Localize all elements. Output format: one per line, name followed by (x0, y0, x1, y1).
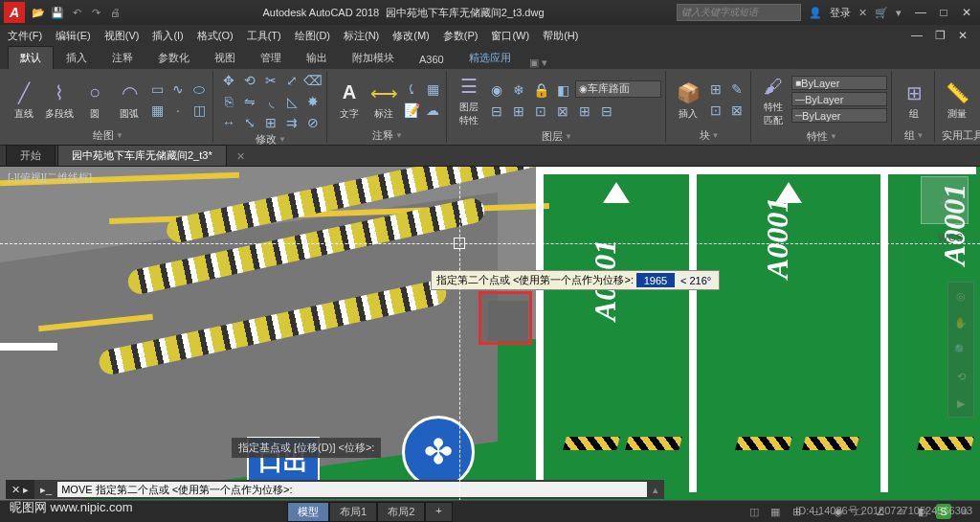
cmd-handle-icon[interactable]: ✕ ▸ (6, 480, 34, 499)
view-cube[interactable]: 上 (921, 176, 969, 224)
signin-icon[interactable]: 👤 (809, 7, 822, 19)
layer-color-icon[interactable]: ◧ (553, 80, 572, 100)
start-tab[interactable]: 开始 (6, 145, 56, 166)
fillet-icon[interactable]: ◟ (261, 92, 280, 111)
cloud-icon[interactable]: ☁ (423, 101, 442, 120)
doc-restore-button[interactable]: ❐ (930, 29, 949, 42)
doc-minimize-button[interactable]: — (907, 29, 926, 42)
line-button[interactable]: ╱直线 (8, 78, 40, 123)
ribbon-tab-view[interactable]: 视图 (202, 46, 248, 69)
print-icon[interactable]: 🖨 (107, 5, 122, 20)
mirror-icon[interactable]: ⇋ (240, 92, 259, 111)
group-button[interactable]: ⊞组 (898, 78, 930, 123)
erase-icon[interactable]: ⌫ (303, 71, 323, 90)
layer-merge-icon[interactable]: ⊟ (597, 102, 616, 121)
ribbon-tab-annotate[interactable]: 注释 (100, 46, 145, 69)
menu-file[interactable]: 文件(F) (8, 29, 42, 43)
minimize-button[interactable]: — (911, 6, 930, 19)
undo-icon[interactable]: ↶ (69, 5, 84, 20)
menu-help[interactable]: 帮助(H) (543, 29, 578, 43)
menu-tools[interactable]: 工具(T) (247, 29, 281, 43)
table-icon[interactable]: ▦ (423, 79, 442, 99)
ribbon-tab-manage[interactable]: 管理 (248, 46, 294, 69)
command-input[interactable] (57, 482, 647, 497)
maximize-button[interactable]: □ (934, 6, 953, 19)
move-icon[interactable]: ✥ (219, 71, 238, 90)
quickcalc-icon[interactable]: 🖩 (975, 101, 980, 120)
measure-button[interactable]: 📏測量 (941, 78, 973, 123)
circle-button[interactable]: ○圆 (78, 78, 111, 123)
break-icon[interactable]: ⊘ (303, 113, 323, 132)
layer-iso-icon[interactable]: ⊟ (487, 102, 506, 121)
open-icon[interactable]: 📂 (31, 5, 46, 20)
leader-icon[interactable]: ⤹ (402, 79, 421, 99)
copy-icon[interactable]: ⎘ (219, 92, 238, 111)
ribbon-tab-parametric[interactable]: 参数化 (145, 46, 202, 69)
pan-icon[interactable]: ✋ (948, 309, 973, 336)
layer-freeze-icon[interactable]: ❄ (509, 80, 528, 100)
attr-edit-icon[interactable]: ⊠ (727, 101, 746, 120)
dynamic-input-tooltip[interactable]: 指定第二个点或 <使用第一个点作为位移>: < 216° (431, 270, 720, 290)
cart-icon[interactable]: 🛒 (875, 7, 888, 19)
ribbon-tab-output[interactable]: 输出 (294, 46, 340, 69)
layer-combo[interactable]: ◉ 车库路面 (575, 80, 661, 98)
layer-match-icon[interactable]: ⊞ (509, 102, 528, 121)
save-icon[interactable]: 💾 (50, 5, 65, 20)
nav-wheel-icon[interactable]: ◎ (948, 283, 973, 309)
spline-icon[interactable]: ∿ (168, 79, 188, 99)
point-icon[interactable]: · (168, 101, 188, 120)
ellipse-icon[interactable]: ⬭ (189, 79, 209, 99)
app-logo-icon[interactable]: A (4, 2, 25, 23)
menu-draw[interactable]: 绘图(D) (295, 29, 330, 43)
ribbon-tab-addins[interactable]: 附加模块 (340, 46, 407, 69)
rotate-icon[interactable]: ⟲ (240, 71, 259, 90)
zoom-icon[interactable]: 🔍 (948, 336, 973, 363)
layer-prev-icon[interactable]: ⊡ (531, 102, 550, 121)
new-tab-button[interactable]: ✕ (229, 148, 253, 166)
chamfer-icon[interactable]: ◺ (282, 92, 301, 111)
doc-close-button[interactable]: ✕ (953, 29, 972, 42)
rect-icon[interactable]: ▭ (147, 79, 167, 99)
extend-icon[interactable]: ⤢ (282, 71, 301, 90)
polyline-button[interactable]: ⌇多段线 (42, 78, 77, 123)
add-layout-button[interactable]: + (425, 502, 452, 522)
ribbon-tab-home[interactable]: 默认 (8, 46, 54, 69)
mtext-icon[interactable]: 📝 (402, 101, 421, 120)
linetype-combo[interactable]: ─ ByLayer (791, 108, 887, 123)
trim-icon[interactable]: ✂ (261, 71, 280, 90)
hatch-icon[interactable]: ▦ (147, 101, 167, 120)
menu-insert[interactable]: 插入(I) (152, 29, 183, 43)
stretch-icon[interactable]: ↔ (219, 113, 238, 132)
active-document-tab[interactable]: 园中苑地下车库无储藏间2_t3* (57, 145, 227, 166)
command-line[interactable]: ✕ ▸ ▸_ ▴ (6, 480, 664, 499)
edit-block-icon[interactable]: ✎ (727, 79, 746, 99)
layer-lock-icon[interactable]: 🔒 (531, 80, 550, 100)
explode-icon[interactable]: ✸ (303, 92, 323, 111)
create-block-icon[interactable]: ⊞ (706, 79, 725, 99)
select-icon[interactable]: ⊡ (975, 79, 980, 99)
signin-label[interactable]: 登录 (830, 6, 851, 20)
offset-icon[interactable]: ⇉ (282, 113, 301, 132)
region-icon[interactable]: ◫ (189, 101, 209, 120)
ribbon-tab-featured[interactable]: 精选应用 (457, 46, 523, 69)
menu-format[interactable]: 格式(O) (197, 29, 234, 43)
help-arrow-icon[interactable]: ▾ (896, 7, 902, 19)
layer-state-icon[interactable]: ⊠ (553, 102, 572, 121)
drawing-canvas[interactable]: [-][俯视][二维线框] 上 WCS ◎ ✋ 🔍 ⟲ ▶ A0001 A000… (0, 167, 980, 500)
ribbon-tab-insert[interactable]: 插入 (54, 46, 100, 69)
array-icon[interactable]: ⊞ (261, 113, 280, 132)
menu-edit[interactable]: 编辑(E) (56, 29, 91, 43)
viewport-controls[interactable]: [-][俯视][二维线框] (8, 170, 92, 185)
lineweight-combo[interactable]: — ByLayer (791, 92, 887, 106)
layer-off-icon[interactable]: ◉ (487, 80, 506, 100)
menu-modify[interactable]: 修改(M) (392, 29, 430, 43)
arc-button[interactable]: ◠圆弧 (113, 78, 145, 123)
ribbon-expand-icon[interactable]: ▣ ▾ (529, 57, 547, 69)
match-properties-button[interactable]: 🖌特性 匹配 (757, 71, 790, 129)
orbit-icon[interactable]: ⟲ (948, 363, 973, 390)
menu-window[interactable]: 窗口(W) (491, 29, 529, 43)
layer-walk-icon[interactable]: ⊞ (575, 102, 594, 121)
redo-icon[interactable]: ↷ (88, 5, 103, 20)
showmotion-icon[interactable]: ▶ (948, 390, 973, 417)
menu-dimension[interactable]: 标注(N) (344, 29, 379, 43)
